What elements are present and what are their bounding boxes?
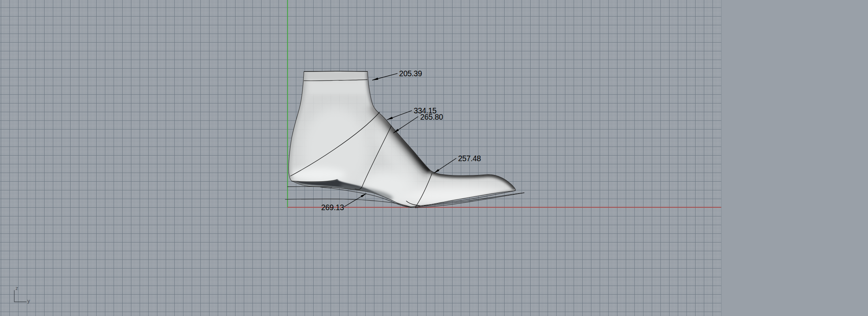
svg-text:205.39: 205.39 — [399, 69, 422, 78]
svg-text:257.48: 257.48 — [458, 154, 481, 163]
svg-text:y: y — [28, 298, 30, 304]
svg-text:265.80: 265.80 — [420, 113, 443, 121]
svg-text:269.13: 269.13 — [321, 203, 344, 212]
svg-text:z: z — [16, 285, 19, 291]
